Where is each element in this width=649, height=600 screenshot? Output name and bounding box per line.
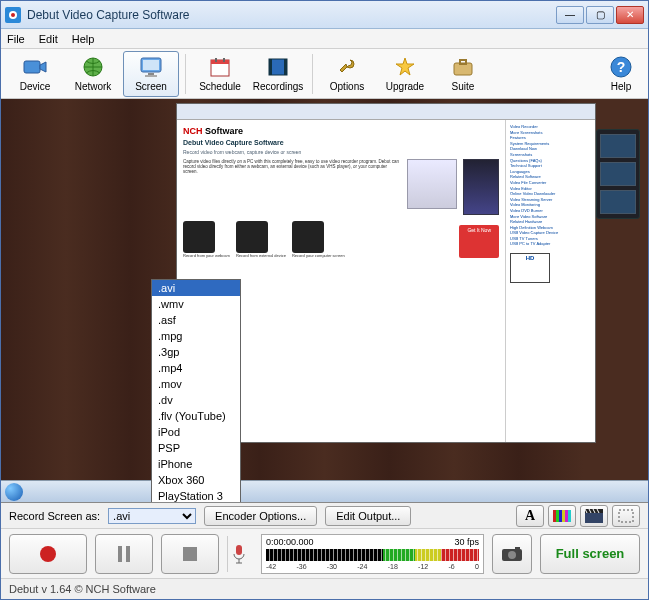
briefcase-icon — [451, 55, 475, 79]
svg-rect-22 — [556, 510, 559, 522]
format-option[interactable]: iPhone — [152, 456, 240, 472]
titlebar[interactable]: Debut Video Capture Software — ▢ ✕ — [1, 1, 648, 29]
svg-rect-3 — [24, 61, 40, 73]
svg-rect-26 — [568, 510, 571, 522]
text-icon: A — [525, 508, 535, 524]
toolbar-label: Schedule — [199, 81, 241, 92]
format-option[interactable]: .dv — [152, 392, 240, 408]
format-option[interactable]: .avi — [152, 280, 240, 296]
svg-rect-23 — [559, 510, 562, 522]
help-button[interactable]: ? Help — [600, 51, 642, 97]
format-option[interactable]: .3gp — [152, 344, 240, 360]
format-option[interactable]: iPod — [152, 424, 240, 440]
color-bars-icon — [553, 510, 571, 522]
suite-button[interactable]: Suite — [435, 51, 491, 97]
clapper-icon — [585, 509, 603, 523]
format-option[interactable]: .mov — [152, 376, 240, 392]
camera-snapshot-icon — [501, 546, 523, 562]
crop-icon — [618, 509, 634, 523]
timecode: 0:00:00.000 — [266, 537, 314, 547]
app-window: Debut Video Capture Software — ▢ ✕ File … — [0, 0, 649, 600]
stop-button[interactable] — [161, 534, 219, 574]
screen-button[interactable]: Screen — [123, 51, 179, 97]
toolbar-label: Help — [611, 81, 632, 92]
network-button[interactable]: Network — [65, 51, 121, 97]
star-icon — [393, 55, 417, 79]
menubar: File Edit Help — [1, 29, 648, 49]
stop-icon — [183, 547, 197, 561]
fullscreen-button[interactable]: Full screen — [540, 534, 640, 574]
globe-icon — [81, 55, 105, 79]
window-title: Debut Video Capture Software — [27, 8, 556, 22]
svg-rect-32 — [126, 546, 130, 562]
format-option[interactable]: Xbox 360 — [152, 472, 240, 488]
svg-rect-21 — [553, 510, 556, 522]
snapshot-button[interactable] — [492, 534, 532, 574]
maximize-button[interactable]: ▢ — [586, 6, 614, 24]
svg-rect-15 — [284, 59, 287, 75]
edit-output-button[interactable]: Edit Output... — [325, 506, 411, 526]
format-option[interactable]: PSP — [152, 440, 240, 456]
svg-rect-27 — [585, 513, 603, 523]
start-orb-icon — [5, 483, 23, 501]
svg-rect-8 — [145, 75, 157, 77]
upgrade-button[interactable]: Upgrade — [377, 51, 433, 97]
format-select[interactable]: .avi — [108, 508, 196, 524]
options-button[interactable]: Options — [319, 51, 375, 97]
format-option[interactable]: .asf — [152, 312, 240, 328]
toolbar: Device Network Screen Schedule Recording… — [1, 49, 648, 99]
close-button[interactable]: ✕ — [616, 6, 644, 24]
format-option[interactable]: .flv (YouTube) — [152, 408, 240, 424]
color-adjust-button[interactable] — [548, 505, 576, 527]
audio-meter: 0:00:00.000 30 fps -42-36-30-24-18-12-60 — [261, 534, 484, 574]
status-text: Debut v 1.64 © NCH Software — [9, 583, 156, 595]
menu-file[interactable]: File — [7, 33, 25, 45]
video-effects-button[interactable] — [580, 505, 608, 527]
crop-button[interactable] — [612, 505, 640, 527]
record-button[interactable] — [9, 534, 87, 574]
svg-marker-16 — [396, 58, 414, 75]
format-option[interactable]: PlayStation 3 — [152, 488, 240, 503]
level-bar — [266, 549, 479, 561]
aero-peek-thumbnails[interactable] — [596, 129, 640, 219]
wrench-icon — [335, 55, 359, 79]
record-as-label: Record Screen as: — [9, 510, 100, 522]
svg-rect-24 — [562, 510, 565, 522]
svg-rect-33 — [183, 547, 197, 561]
svg-text:?: ? — [617, 59, 626, 75]
help-icon: ? — [609, 55, 633, 79]
microphone-icon — [232, 544, 246, 564]
text-overlay-button[interactable]: A — [516, 505, 544, 527]
pause-icon — [116, 546, 132, 562]
mic-toggle[interactable] — [227, 536, 253, 572]
svg-rect-37 — [515, 547, 520, 550]
schedule-button[interactable]: Schedule — [192, 51, 248, 97]
svg-rect-18 — [460, 60, 466, 64]
preview-area: NCH Software Debut Video Capture Softwar… — [1, 99, 648, 503]
svg-rect-10 — [211, 60, 229, 64]
captured-taskbar — [1, 480, 648, 502]
svg-point-2 — [11, 13, 15, 17]
app-icon — [5, 7, 21, 23]
format-option[interactable]: .mpg — [152, 328, 240, 344]
calendar-icon — [208, 55, 232, 79]
svg-rect-34 — [236, 545, 242, 555]
menu-help[interactable]: Help — [72, 33, 95, 45]
device-button[interactable]: Device — [7, 51, 63, 97]
encoder-options-button[interactable]: Encoder Options... — [204, 506, 317, 526]
format-option[interactable]: .mp4 — [152, 360, 240, 376]
format-dropdown-menu: .avi.wmv.asf.mpg.3gp.mp4.mov.dv.flv (You… — [151, 279, 241, 503]
svg-rect-14 — [269, 59, 272, 75]
menu-edit[interactable]: Edit — [39, 33, 58, 45]
svg-rect-29 — [619, 510, 633, 522]
toolbar-label: Recordings — [253, 81, 304, 92]
svg-point-36 — [508, 551, 516, 559]
pause-button[interactable] — [95, 534, 153, 574]
recordings-button[interactable]: Recordings — [250, 51, 306, 97]
svg-rect-25 — [565, 510, 568, 522]
format-option[interactable]: .wmv — [152, 296, 240, 312]
monitor-icon — [139, 55, 163, 79]
toolbar-label: Network — [75, 81, 112, 92]
minimize-button[interactable]: — — [556, 6, 584, 24]
toolbar-label: Upgrade — [386, 81, 424, 92]
